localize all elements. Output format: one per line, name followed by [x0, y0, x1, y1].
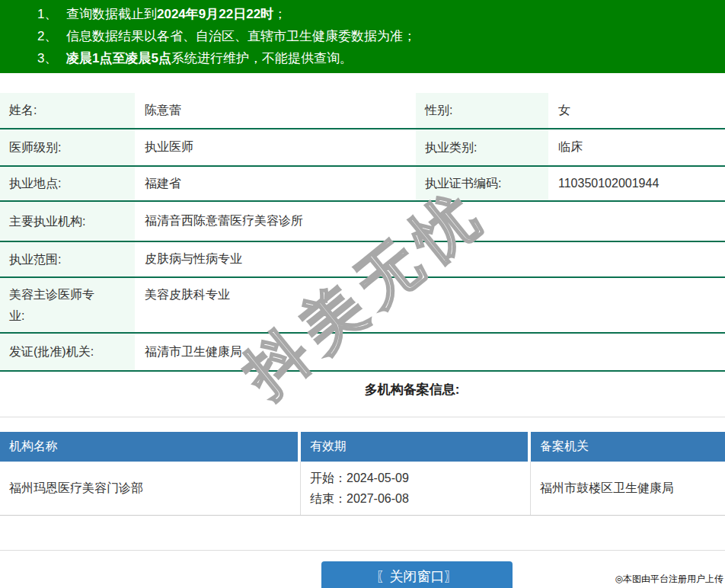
name-value: 陈意蕾: [135, 93, 416, 128]
divider: [0, 550, 725, 551]
start-label: 开始：: [310, 471, 347, 484]
table-row: 医师级别: 执业医师 执业类别: 临床: [0, 129, 725, 167]
validity-period-value: 开始：2024-05-09 结束：2027-06-08: [301, 462, 531, 515]
upload-attribution-text: ◎本图由平台注册用户上传: [615, 573, 723, 586]
notice-line-2: 2、信息数据结果以各省、自治区、直辖市卫生健康委数据为准；: [0, 25, 725, 47]
divider: [0, 417, 725, 417]
license-query-result-page: 1、查询数据截止到2024年9月22日22时； 2、信息数据结果以各省、自治区、…: [0, 0, 725, 588]
certificate-number-value: 110350102001944: [548, 167, 725, 200]
notice-text: ；: [273, 7, 286, 21]
notice-line-1: 1、查询数据截止到2024年9月22日22时；: [0, 3, 725, 25]
notice-text: 系统进行维护，不能提供查询。: [171, 51, 353, 66]
filing-authority-value: 福州市鼓楼区卫生健康局: [531, 462, 725, 515]
practice-location-value: 福建省: [135, 167, 416, 200]
validity-start: 开始：2024-05-09: [310, 468, 409, 488]
table-row: 福州玛恩医疗美容门诊部 开始：2024-05-09 结束：2027-06-08 …: [0, 462, 725, 516]
end-date: 2027-06-08: [347, 492, 409, 505]
doctor-level-value: 执业医师: [135, 129, 416, 165]
cosmetic-specialty-label: 美容主诊医师专业:: [0, 278, 135, 332]
notice-banner: 1、查询数据截止到2024年9月22日22时； 2、信息数据结果以各省、自治区、…: [0, 0, 725, 73]
end-label: 结束：: [310, 492, 347, 505]
cosmetic-specialty-value: 美容皮肤科专业: [135, 278, 725, 332]
org-name-value: 福州玛恩医疗美容门诊部: [0, 462, 301, 515]
table-row: 发证(批准)机关: 福清市卫生健康局: [0, 334, 725, 372]
issuing-authority-label: 发证(批准)机关:: [0, 334, 135, 370]
notice-text-bold: 2024年9月22日22时: [157, 7, 273, 21]
issuing-authority-value: 福清市卫生健康局: [135, 334, 725, 370]
notice-number: 2、: [37, 25, 66, 47]
start-date: 2024-05-09: [347, 471, 409, 484]
notice-text: 查询数据截止到: [66, 7, 157, 21]
table-row: 主要执业机构: 福清音西陈意蕾医疗美容诊所: [0, 202, 725, 242]
close-window-button[interactable]: 〖关闭窗口〗: [321, 561, 513, 588]
validity-end: 结束：2027-06-08: [310, 488, 409, 509]
practice-category-label: 执业类别:: [416, 129, 548, 165]
doctor-level-label: 医师级别:: [0, 129, 135, 165]
gender-value: 女: [548, 93, 725, 128]
main-institution-value: 福清音西陈意蕾医疗美容诊所: [135, 202, 725, 241]
main-institution-label: 主要执业机构:: [0, 202, 135, 241]
notice-text-bold: 凌晨1点至凌晨5点: [66, 51, 171, 66]
gender-label: 性别:: [416, 93, 548, 128]
notice-number: 1、: [37, 3, 66, 25]
notice-line-3: 3、凌晨1点至凌晨5点系统进行维护，不能提供查询。: [0, 47, 725, 69]
table-row: 姓名: 陈意蕾 性别: 女: [0, 93, 725, 129]
table-row: 执业范围: 皮肤病与性病专业: [0, 242, 725, 278]
table-row: 执业地点: 福建省 执业证书编码: 110350102001944: [0, 167, 725, 202]
practice-scope-value: 皮肤病与性病专业: [135, 242, 725, 276]
name-label: 姓名:: [0, 93, 135, 128]
filing-authority-header: 备案机关: [531, 432, 725, 462]
multi-institution-section-title: 多机构备案信息:: [50, 381, 725, 396]
practice-location-label: 执业地点:: [0, 167, 135, 200]
validity-header: 有效期: [301, 432, 531, 462]
filing-table: 机构名称 有效期 备案机关 福州玛恩医疗美容门诊部 开始：2024-05-09 …: [0, 432, 725, 516]
notice-text: 信息数据结果以各省、自治区、直辖市卫生健康委数据为准；: [66, 29, 416, 43]
practice-scope-label: 执业范围:: [0, 242, 135, 276]
table-row: 美容主诊医师专业: 美容皮肤科专业: [0, 278, 725, 334]
practice-category-value: 临床: [548, 129, 725, 165]
filing-table-header: 机构名称 有效期 备案机关: [0, 432, 725, 462]
certificate-number-label: 执业证书编码:: [416, 167, 548, 200]
practitioner-info-table: 姓名: 陈意蕾 性别: 女 医师级别: 执业医师 执业类别: 临床 执业地点: …: [0, 93, 725, 372]
org-name-header: 机构名称: [0, 432, 301, 462]
notice-number: 3、: [37, 47, 66, 69]
